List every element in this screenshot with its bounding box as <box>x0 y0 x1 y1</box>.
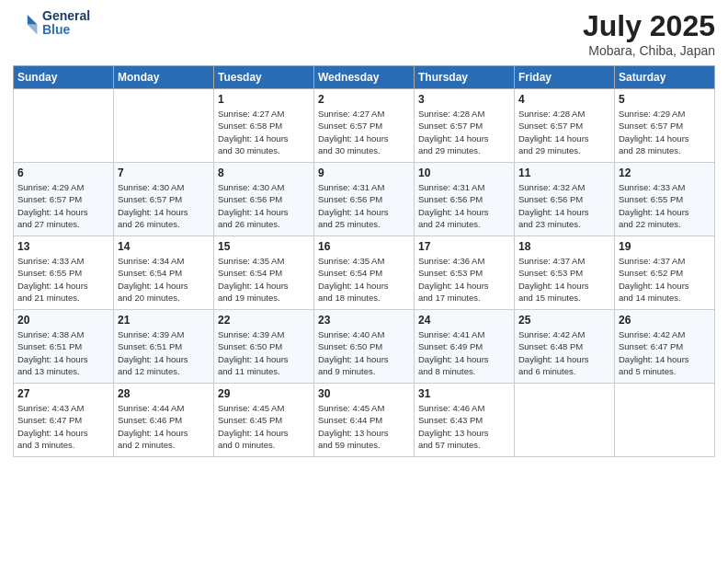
calendar-cell: 3Sunrise: 4:28 AM Sunset: 6:57 PM Daylig… <box>415 89 515 163</box>
day-info: Sunrise: 4:35 AM Sunset: 6:54 PM Dayligh… <box>318 255 410 304</box>
day-info: Sunrise: 4:33 AM Sunset: 6:55 PM Dayligh… <box>619 181 711 230</box>
calendar-cell: 18Sunrise: 4:37 AM Sunset: 6:53 PM Dayli… <box>515 236 615 310</box>
calendar-cell <box>515 384 615 457</box>
day-number: 12 <box>619 167 711 179</box>
day-number: 29 <box>218 387 310 400</box>
day-number: 4 <box>518 93 610 106</box>
calendar-cell: 16Sunrise: 4:35 AM Sunset: 6:54 PM Dayli… <box>314 236 415 310</box>
day-info: Sunrise: 4:46 AM Sunset: 6:43 PM Dayligh… <box>418 402 510 451</box>
week-row-5: 27Sunrise: 4:43 AM Sunset: 6:47 PM Dayli… <box>14 384 715 457</box>
svg-rect-3 <box>15 12 28 35</box>
day-number: 23 <box>318 314 410 327</box>
calendar-cell: 8Sunrise: 4:30 AM Sunset: 6:56 PM Daylig… <box>214 163 314 236</box>
day-number: 19 <box>619 240 711 253</box>
calendar-cell: 10Sunrise: 4:31 AM Sunset: 6:56 PM Dayli… <box>415 163 515 236</box>
weekday-header-row: SundayMondayTuesdayWednesdayThursdayFrid… <box>14 66 715 89</box>
calendar-cell: 1Sunrise: 4:27 AM Sunset: 6:58 PM Daylig… <box>214 89 314 163</box>
week-row-4: 20Sunrise: 4:38 AM Sunset: 6:51 PM Dayli… <box>14 310 715 384</box>
calendar-cell: 13Sunrise: 4:33 AM Sunset: 6:55 PM Dayli… <box>14 236 114 310</box>
weekday-tuesday: Tuesday <box>214 66 314 89</box>
day-number: 13 <box>17 240 109 253</box>
day-info: Sunrise: 4:36 AM Sunset: 6:53 PM Dayligh… <box>418 255 510 304</box>
day-number: 16 <box>318 240 410 253</box>
calendar-cell: 15Sunrise: 4:35 AM Sunset: 6:54 PM Dayli… <box>214 236 314 310</box>
calendar-cell: 30Sunrise: 4:45 AM Sunset: 6:44 PM Dayli… <box>314 384 415 457</box>
day-info: Sunrise: 4:27 AM Sunset: 6:58 PM Dayligh… <box>218 108 310 156</box>
day-info: Sunrise: 4:31 AM Sunset: 6:56 PM Dayligh… <box>418 181 510 230</box>
calendar-cell: 6Sunrise: 4:29 AM Sunset: 6:57 PM Daylig… <box>14 163 114 236</box>
page: General Blue July 2025 Mobara, Chiba, Ja… <box>0 0 728 563</box>
day-number: 15 <box>218 240 310 253</box>
day-info: Sunrise: 4:37 AM Sunset: 6:52 PM Dayligh… <box>619 255 711 304</box>
day-number: 17 <box>418 240 510 253</box>
calendar-cell: 11Sunrise: 4:32 AM Sunset: 6:56 PM Dayli… <box>515 163 615 236</box>
month-title: July 2025 <box>583 9 715 43</box>
calendar-cell: 19Sunrise: 4:37 AM Sunset: 6:52 PM Dayli… <box>615 236 715 310</box>
day-info: Sunrise: 4:31 AM Sunset: 6:56 PM Dayligh… <box>318 181 410 230</box>
day-info: Sunrise: 4:33 AM Sunset: 6:55 PM Dayligh… <box>17 255 109 304</box>
day-number: 10 <box>418 167 510 179</box>
day-number: 6 <box>17 167 109 179</box>
day-number: 5 <box>619 93 711 106</box>
day-info: Sunrise: 4:34 AM Sunset: 6:54 PM Dayligh… <box>118 255 210 304</box>
day-number: 26 <box>619 314 711 327</box>
day-number: 2 <box>318 93 410 106</box>
day-number: 20 <box>17 314 109 327</box>
day-number: 1 <box>218 93 310 106</box>
day-number: 7 <box>118 167 210 179</box>
day-number: 25 <box>518 314 610 327</box>
calendar-cell: 26Sunrise: 4:42 AM Sunset: 6:47 PM Dayli… <box>615 310 715 384</box>
day-number: 9 <box>318 167 410 179</box>
day-info: Sunrise: 4:41 AM Sunset: 6:49 PM Dayligh… <box>418 328 510 377</box>
day-info: Sunrise: 4:32 AM Sunset: 6:56 PM Dayligh… <box>518 181 610 230</box>
calendar-cell: 7Sunrise: 4:30 AM Sunset: 6:57 PM Daylig… <box>114 163 214 236</box>
day-number: 3 <box>418 93 510 106</box>
calendar-cell <box>14 89 114 163</box>
day-info: Sunrise: 4:39 AM Sunset: 6:51 PM Dayligh… <box>118 328 210 377</box>
day-info: Sunrise: 4:43 AM Sunset: 6:47 PM Dayligh… <box>17 402 109 451</box>
calendar-cell <box>114 89 214 163</box>
logo-text: General Blue <box>42 9 90 38</box>
calendar-cell: 27Sunrise: 4:43 AM Sunset: 6:47 PM Dayli… <box>14 384 114 457</box>
day-number: 11 <box>518 167 610 179</box>
day-number: 21 <box>118 314 210 327</box>
calendar-cell: 20Sunrise: 4:38 AM Sunset: 6:51 PM Dayli… <box>14 310 114 384</box>
day-number: 22 <box>218 314 310 327</box>
calendar-cell: 25Sunrise: 4:42 AM Sunset: 6:48 PM Dayli… <box>515 310 615 384</box>
day-info: Sunrise: 4:28 AM Sunset: 6:57 PM Dayligh… <box>518 108 610 156</box>
day-info: Sunrise: 4:42 AM Sunset: 6:48 PM Dayligh… <box>518 328 610 377</box>
weekday-sunday: Sunday <box>14 66 114 89</box>
calendar-cell: 31Sunrise: 4:46 AM Sunset: 6:43 PM Dayli… <box>415 384 515 457</box>
calendar-cell: 21Sunrise: 4:39 AM Sunset: 6:51 PM Dayli… <box>114 310 214 384</box>
week-row-1: 1Sunrise: 4:27 AM Sunset: 6:58 PM Daylig… <box>14 89 715 163</box>
header: General Blue July 2025 Mobara, Chiba, Ja… <box>13 9 715 58</box>
calendar-cell: 5Sunrise: 4:29 AM Sunset: 6:57 PM Daylig… <box>615 89 715 163</box>
calendar-cell: 14Sunrise: 4:34 AM Sunset: 6:54 PM Dayli… <box>114 236 214 310</box>
day-number: 24 <box>418 314 510 327</box>
calendar-cell: 28Sunrise: 4:44 AM Sunset: 6:46 PM Dayli… <box>114 384 214 457</box>
day-info: Sunrise: 4:44 AM Sunset: 6:46 PM Dayligh… <box>118 402 210 451</box>
day-info: Sunrise: 4:30 AM Sunset: 6:56 PM Dayligh… <box>218 181 310 230</box>
day-number: 14 <box>118 240 210 253</box>
week-row-3: 13Sunrise: 4:33 AM Sunset: 6:55 PM Dayli… <box>14 236 715 310</box>
calendar-cell: 12Sunrise: 4:33 AM Sunset: 6:55 PM Dayli… <box>615 163 715 236</box>
day-info: Sunrise: 4:38 AM Sunset: 6:51 PM Dayligh… <box>17 328 109 377</box>
calendar-cell: 9Sunrise: 4:31 AM Sunset: 6:56 PM Daylig… <box>314 163 415 236</box>
logo: General Blue <box>13 9 90 38</box>
day-info: Sunrise: 4:30 AM Sunset: 6:57 PM Dayligh… <box>118 181 210 230</box>
day-info: Sunrise: 4:28 AM Sunset: 6:57 PM Dayligh… <box>418 108 510 156</box>
day-info: Sunrise: 4:45 AM Sunset: 6:45 PM Dayligh… <box>218 402 310 451</box>
day-info: Sunrise: 4:39 AM Sunset: 6:50 PM Dayligh… <box>218 328 310 377</box>
day-number: 27 <box>17 387 109 400</box>
day-number: 31 <box>418 387 510 400</box>
calendar-cell: 23Sunrise: 4:40 AM Sunset: 6:50 PM Dayli… <box>314 310 415 384</box>
calendar-table: SundayMondayTuesdayWednesdayThursdayFrid… <box>13 65 715 457</box>
day-info: Sunrise: 4:35 AM Sunset: 6:54 PM Dayligh… <box>218 255 310 304</box>
day-number: 30 <box>318 387 410 400</box>
day-info: Sunrise: 4:29 AM Sunset: 6:57 PM Dayligh… <box>17 181 109 230</box>
calendar-cell: 2Sunrise: 4:27 AM Sunset: 6:57 PM Daylig… <box>314 89 415 163</box>
logo-icon <box>13 10 39 36</box>
weekday-saturday: Saturday <box>615 66 715 89</box>
calendar-cell: 17Sunrise: 4:36 AM Sunset: 6:53 PM Dayli… <box>415 236 515 310</box>
calendar-cell <box>615 384 715 457</box>
